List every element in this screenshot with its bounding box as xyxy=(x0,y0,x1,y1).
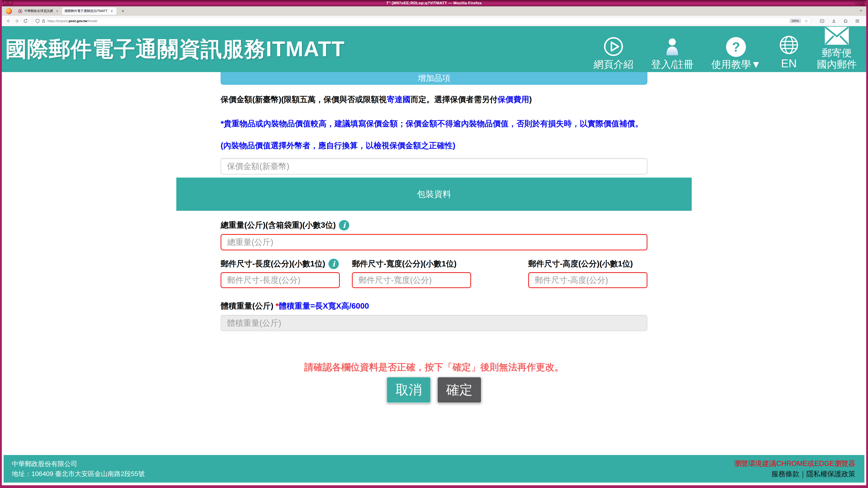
destination-country-link[interactable]: 寄達國 xyxy=(387,95,410,104)
tab-label: 國際郵件電子通關資訊ITMATT xyxy=(65,9,107,13)
nav-item-language[interactable]: EN xyxy=(778,35,799,70)
nav-item-login[interactable]: 登入/註冊 xyxy=(651,36,693,70)
confirm-button[interactable]: 確定 xyxy=(437,377,482,403)
navigation-toolbar: https://ezpost.post.gov.tw/itmatt/ 200% … xyxy=(2,16,866,26)
footer-company: 中華郵政股份有限公司 xyxy=(12,459,145,469)
height-label: 郵件尺寸-高度(公分)(小數1位) xyxy=(528,258,633,269)
length-input[interactable] xyxy=(221,272,340,288)
tab-chunghwa-post[interactable]: 中華郵政全球資訊網 ✕ xyxy=(16,7,62,15)
nav-label: 網頁介紹 xyxy=(594,59,633,70)
length-label: 郵件尺寸-長度(公分)(小數1位) xyxy=(221,258,325,269)
new-tab-button[interactable]: + xyxy=(120,8,126,14)
width-label: 郵件尺寸-寬度(公分)(小數1位) xyxy=(352,258,457,269)
question-circle-icon: ? xyxy=(726,37,746,57)
site-nav: 網頁介紹 登入/註冊 ? 使用教學▼ xyxy=(594,26,857,72)
user-icon xyxy=(662,36,683,57)
bookmark-star-icon[interactable]: ☆ xyxy=(804,19,808,24)
url-bar[interactable]: https://ezpost.post.gov.tw/itmatt/ 200% … xyxy=(33,17,811,25)
nav-label: 郵寄便國內郵件 xyxy=(817,47,857,70)
zoom-level-badge[interactable]: 200% xyxy=(789,19,801,23)
maximize-icon[interactable] xyxy=(860,1,864,5)
site-header: 國際郵件電子通關資訊服務ITMATT 網頁介紹 登入/註冊 xyxy=(2,26,866,72)
lock-icon[interactable] xyxy=(41,19,45,23)
download-icon[interactable] xyxy=(831,18,837,24)
nav-label: 登入/註冊 xyxy=(651,59,693,70)
volume-formula-star: * xyxy=(276,301,279,310)
tab-itmatt-active[interactable]: 國際郵件電子通關資訊ITMATT ✕ xyxy=(62,7,117,15)
shield-icon[interactable] xyxy=(35,19,39,23)
confirm-warning-text: 請確認各欄位資料是否正確，按下「確定」後則無法再作更改。 xyxy=(221,361,647,373)
window-menu-icon[interactable] xyxy=(3,1,7,5)
total-weight-input[interactable] xyxy=(221,234,647,250)
tab-label: 中華郵政全球資訊網 xyxy=(24,9,53,13)
insured-amount-note: *貴重物品或內裝物品價值較高，建議填寫保價金額；保價金額不得逾內裝物品價值，否則… xyxy=(221,112,647,156)
pocket-icon[interactable] xyxy=(819,18,826,24)
insured-amount-input[interactable] xyxy=(221,158,647,174)
envelope-icon xyxy=(824,26,849,45)
width-input[interactable] xyxy=(352,272,471,288)
tab-close-icon[interactable]: ✕ xyxy=(110,9,114,13)
footer-browser-note: 瀏覽環境建議CHROME或EDGE瀏覽器 xyxy=(734,458,855,469)
volume-formula: 體積重量=長X寬X高/6000 xyxy=(279,301,369,310)
nav-item-intro[interactable]: 網頁介紹 xyxy=(594,36,633,70)
back-icon[interactable] xyxy=(5,18,12,24)
volume-weight-input xyxy=(221,315,647,331)
extensions-puzzle-icon[interactable] xyxy=(842,18,849,24)
volume-weight-label: 體積重量(公斤) xyxy=(221,301,273,310)
firefox-icon[interactable] xyxy=(6,8,12,14)
info-icon[interactable]: i xyxy=(339,220,349,230)
total-weight-label: 總重量(公斤)(含箱袋重)(小數3位) xyxy=(221,220,336,230)
volume-weight-label-row: 體積重量(公斤) *體積重量=長X寬X高/6000 xyxy=(221,301,647,311)
forward-icon[interactable] xyxy=(13,18,20,24)
cancel-button[interactable]: 取消 xyxy=(386,377,431,403)
site-footer: 中華郵政股份有限公司 地址：106409 臺北市大安區金山南路2段55號 瀏覽環… xyxy=(4,455,864,483)
site-title: 國際郵件電子通關資訊服務ITMATT xyxy=(5,35,345,64)
play-circle-icon xyxy=(603,36,624,57)
browser-window: T":]M97oEE;RDLop;q?VITMATT — Mozilla Fir… xyxy=(0,0,868,488)
insured-amount-label: 保價金額(新臺幣)(限額五萬，保價與否或限額視寄達國而定。選擇保價者需另付保價費… xyxy=(221,94,647,105)
url-text[interactable]: https://ezpost.post.gov.tw/itmatt/ xyxy=(48,19,97,23)
tab-close-icon[interactable]: ✕ xyxy=(55,9,59,13)
page-content: 增加品項 保價金額(新臺幣)(限額五萬，保價與否或限額視寄達國而定。選擇保價者需… xyxy=(2,72,866,485)
privacy-link[interactable]: 隱私權保護政策 xyxy=(806,470,855,478)
nav-item-domestic-mail[interactable]: 郵寄便國內郵件 xyxy=(817,26,857,70)
list-tabs-chevron-icon[interactable] xyxy=(860,9,863,12)
footer-address: 地址：106409 臺北市大安區金山南路2段55號 xyxy=(12,469,145,479)
packaging-section-header: 包裝資料 xyxy=(176,177,692,211)
reload-icon[interactable] xyxy=(22,18,29,24)
add-item-button[interactable]: 增加品項 xyxy=(221,72,647,85)
tab-bar: 中華郵政全球資訊網 ✕ 國際郵件電子通關資訊ITMATT ✕ + xyxy=(2,6,866,16)
window-titlebar: T":]M97oEE;RDLop;q?VITMATT — Mozilla Fir… xyxy=(2,0,866,6)
terms-link[interactable]: 服務條款 xyxy=(772,470,800,478)
post-favicon-icon xyxy=(18,9,22,13)
nav-label: 使用教學▼ xyxy=(711,59,761,70)
footer-links-separator: ｜ xyxy=(800,470,806,478)
menu-hamburger-icon[interactable] xyxy=(854,18,861,24)
window-menu2-icon[interactable] xyxy=(8,1,13,5)
nav-label: EN xyxy=(781,57,797,70)
nav-item-tutorial[interactable]: ? 使用教學▼ xyxy=(711,37,761,70)
info-icon[interactable]: i xyxy=(329,259,339,269)
window-title: T":]M97oEE;RDLop;q?VITMATT — Mozilla Fir… xyxy=(386,1,482,5)
insurance-fee-link[interactable]: 保價費用 xyxy=(498,95,529,104)
packaging-section-title: 包裝資料 xyxy=(417,188,451,200)
minimize-icon[interactable] xyxy=(856,2,859,4)
globe-icon xyxy=(778,35,799,55)
height-input[interactable] xyxy=(528,272,647,288)
toolbar-right-icons xyxy=(819,18,861,24)
